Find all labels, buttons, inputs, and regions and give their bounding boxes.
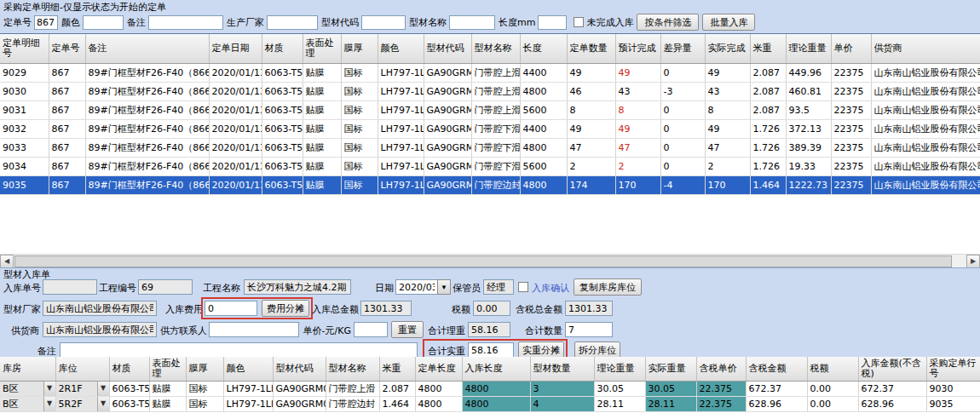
column-header[interactable]: 含税金额 (746, 357, 807, 381)
table-cell: 28.11 (594, 396, 645, 411)
calendar-dropdown-button[interactable]: ▼ (437, 279, 451, 295)
column-header[interactable]: 差异量 (660, 34, 705, 63)
dropdown-arrow-icon[interactable]: ▼ (97, 382, 109, 396)
table-row[interactable]: B区▼2R1F▼6063-T5贴膜国标LH797-1LL0GA90GRM03门带… (0, 381, 980, 396)
filter-by-condition-button[interactable]: 按条件筛选 (637, 14, 699, 31)
table-row[interactable]: 903286789#门框型材F26-F40（866*867）2020/01/13… (0, 119, 980, 138)
table-cell: LH797-1LL0 (378, 63, 424, 82)
tax-total-field[interactable] (565, 301, 613, 316)
column-header[interactable]: 采购定单行号 (926, 357, 980, 381)
total-amount-field[interactable] (360, 301, 412, 316)
table-cell: 贴膜 (303, 138, 341, 157)
table-row[interactable]: B区▼5R2F▼6063-T5贴膜国标LH797-1LL0GA90GRM05门带… (0, 396, 980, 411)
date-field[interactable] (395, 279, 438, 295)
column-header[interactable]: 理论重量 (786, 34, 831, 63)
fee-share-button[interactable]: 费用分摊 (262, 300, 309, 317)
theory-weight-field[interactable] (468, 322, 510, 337)
column-header[interactable]: 膜厚 (186, 357, 223, 381)
column-header[interactable]: 入库金额(不含税) (858, 357, 926, 381)
manufacturer-filter-input[interactable] (267, 15, 318, 30)
column-header[interactable]: 实际重量 (645, 357, 696, 381)
column-header[interactable]: 税额 (807, 357, 858, 381)
column-header[interactable]: 供货商 (871, 34, 980, 63)
column-header[interactable]: 实际完成 (705, 34, 750, 63)
table-cell: 460.81 (786, 82, 831, 100)
supplier-contact-field[interactable] (209, 322, 299, 337)
length-filter-input[interactable] (538, 15, 567, 30)
column-header[interactable]: 定单号 (49, 34, 85, 63)
scroll-right-arrow-icon[interactable]: ▶ (966, 255, 980, 268)
table-row[interactable]: 903186789#门框型材F26-F40（866*867）2020/01/13… (0, 100, 980, 119)
column-header[interactable]: 膜厚 (341, 34, 378, 63)
inbound-fee-field[interactable] (205, 301, 257, 316)
column-header[interactable]: 型材名称 (326, 357, 379, 381)
table-cell: 22375 (831, 100, 871, 119)
column-header[interactable]: 米重 (379, 357, 415, 381)
table-row[interactable]: 903486789#门框型材F26-F40（866*867）2020/01/13… (0, 157, 980, 175)
table-cell: 28.11 (645, 396, 696, 411)
column-header[interactable]: 定单长度 (415, 357, 462, 381)
table-cell: 6063-T5 (262, 119, 303, 138)
profile-code-filter-input[interactable] (361, 15, 406, 30)
table-cell: 46 (567, 82, 615, 100)
dropdown-arrow-icon[interactable]: ▼ (43, 382, 55, 396)
keeper-field[interactable] (483, 279, 514, 295)
column-header[interactable]: 库房 (0, 357, 55, 381)
table-row[interactable]: 902986789#门框型材F26-F40（866*867）2020/01/13… (0, 63, 980, 82)
horizontal-scrollbar[interactable]: ◀ ▶ (0, 254, 980, 267)
column-header[interactable]: 入库长度 (462, 357, 530, 381)
scrollbar-thumb[interactable] (14, 255, 952, 267)
column-header[interactable]: 定单日期 (209, 34, 262, 63)
factory-field[interactable] (43, 301, 157, 316)
column-header[interactable]: 型材代码 (273, 357, 326, 381)
column-header[interactable]: 材质 (109, 357, 149, 381)
inbound-no-field[interactable] (43, 279, 97, 295)
theory-weight-label: 合计理重 (426, 324, 465, 337)
dropdown-arrow-icon[interactable]: ▼ (43, 397, 55, 411)
column-header[interactable]: 颜色 (223, 357, 273, 381)
dropdown-arrow-icon[interactable]: ▼ (97, 397, 109, 411)
column-header[interactable]: 单价 (831, 34, 871, 63)
column-header[interactable]: 型材数量 (530, 357, 594, 381)
profile-name-label: 型材名称 (409, 16, 447, 29)
batch-inbound-button[interactable]: 批量入库 (702, 14, 755, 31)
column-header[interactable]: 表面处理 (303, 34, 341, 63)
unit-price-field[interactable] (354, 322, 388, 337)
profile-name-filter-input[interactable] (449, 15, 495, 30)
inbound-confirm-checkbox[interactable] (518, 282, 528, 292)
table-row[interactable]: 903386789#门框型材F26-F40（866*867）2020/01/13… (0, 138, 980, 157)
tax-field[interactable] (473, 301, 510, 316)
column-header[interactable]: 理论重量 (594, 357, 645, 381)
reset-button[interactable]: 重置 (391, 321, 424, 338)
remark-field[interactable] (60, 342, 418, 358)
weight-share-button[interactable]: 实重分摊 (518, 342, 564, 359)
table-row[interactable]: 903086789#门框型材F26-F40（866*867）2020/01/13… (0, 82, 980, 100)
column-header[interactable]: 表面处理 (149, 357, 186, 381)
column-header[interactable]: 材质 (262, 34, 303, 63)
scroll-left-arrow-icon[interactable]: ◀ (0, 255, 14, 268)
column-header[interactable]: 型材名称 (471, 34, 520, 63)
project-name-field[interactable] (244, 279, 351, 295)
total-qty-field[interactable] (565, 322, 613, 337)
column-header[interactable]: 定单数量 (567, 34, 615, 63)
supplier-field[interactable] (43, 322, 157, 337)
project-name-label: 工程名称 (203, 282, 240, 295)
color-filter-input[interactable] (83, 15, 124, 30)
remark-filter-input[interactable] (148, 15, 223, 30)
column-header[interactable]: 库位 (55, 357, 109, 381)
column-header[interactable]: 定单明细号 (0, 34, 49, 63)
split-location-button[interactable]: 拆分库位 (574, 342, 620, 359)
copy-warehouse-location-button[interactable]: 复制库房库位 (574, 278, 642, 296)
project-no-field[interactable] (138, 279, 193, 295)
order-no-filter-input[interactable] (34, 15, 58, 30)
column-header[interactable]: 型材代码 (424, 34, 471, 63)
column-header[interactable]: 预计完成 (615, 34, 660, 63)
column-header[interactable]: 备注 (85, 34, 209, 63)
column-header[interactable]: 长度 (520, 34, 567, 63)
table-row[interactable]: 903586789#门框型材F26-F40（866*867）2020/01/13… (0, 175, 980, 194)
column-header[interactable]: 米重 (750, 34, 786, 63)
actual-weight-field[interactable] (468, 342, 514, 358)
column-header[interactable]: 含税单价 (696, 357, 746, 381)
unfinished-checkbox[interactable] (574, 17, 584, 27)
column-header[interactable]: 颜色 (378, 34, 424, 63)
